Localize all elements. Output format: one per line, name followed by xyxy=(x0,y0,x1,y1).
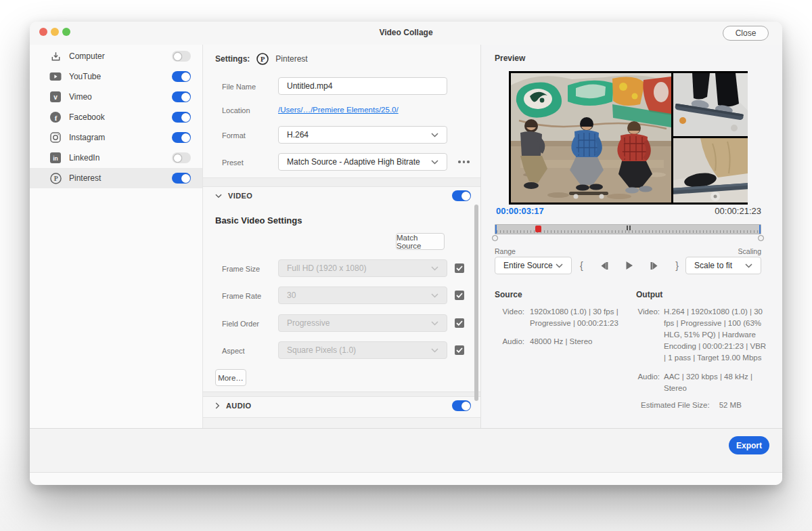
youtube-toggle[interactable] xyxy=(172,71,191,82)
sidebar-item-label: YouTube xyxy=(69,72,101,81)
estimated-file-size-value: 52 MB xyxy=(719,401,742,409)
video-toggle[interactable] xyxy=(452,190,471,201)
collage-cell-bottom-right xyxy=(673,138,748,203)
footer-bar: Export xyxy=(30,428,782,472)
scrubber-out-marker xyxy=(759,225,761,234)
aspect-checkbox[interactable] xyxy=(455,345,464,355)
preview-heading: Preview xyxy=(495,54,525,63)
sidebar-item-facebook[interactable]: f Facebook xyxy=(30,107,202,127)
file-name-input[interactable] xyxy=(278,77,447,95)
source-video-value: 1920x1080 (1.0) | 30 fps | Progressive |… xyxy=(530,306,631,329)
frame-rate-checkbox[interactable] xyxy=(455,291,464,300)
more-button[interactable]: More… xyxy=(215,369,246,386)
basic-video-settings-heading: Basic Video Settings xyxy=(215,215,302,226)
step-forward-button[interactable] xyxy=(650,261,660,270)
audio-section-header[interactable]: AUDIO xyxy=(215,397,251,415)
play-button[interactable] xyxy=(625,261,634,270)
facebook-toggle[interactable] xyxy=(172,112,191,123)
svg-text:v: v xyxy=(53,93,58,101)
scaling-label: Scaling xyxy=(738,247,761,255)
aspect-select: Square Pixels (1.0) xyxy=(278,341,447,359)
sidebar-item-pinterest[interactable]: P Pinterest xyxy=(30,168,202,188)
source-info: Video: 1920x1080 (1.0) | 30 fps | Progre… xyxy=(495,306,631,329)
computer-toggle[interactable] xyxy=(172,51,191,62)
settings-scrollbar[interactable] xyxy=(474,205,478,401)
sidebar-item-youtube[interactable]: YouTube xyxy=(30,66,202,87)
scrubber[interactable] xyxy=(495,224,761,234)
preview-collage xyxy=(509,71,748,205)
instagram-toggle[interactable] xyxy=(172,132,191,143)
instagram-icon xyxy=(49,131,62,144)
sidebar-item-label: Instagram xyxy=(69,133,105,142)
pinterest-toggle[interactable] xyxy=(172,173,191,184)
collage-cell-top-right xyxy=(673,73,748,136)
sidebar-item-vimeo[interactable]: v Vimeo xyxy=(30,87,202,107)
field-order-checkbox[interactable] xyxy=(455,318,464,328)
preset-more-options-button[interactable] xyxy=(458,161,470,163)
chevron-down-icon xyxy=(431,266,438,271)
scaling-select[interactable]: Scale to fit xyxy=(685,257,761,274)
preset-label: Preset xyxy=(222,158,244,167)
chevron-down-icon xyxy=(431,133,438,137)
chevron-down-icon xyxy=(431,293,438,298)
frame-size-select: Full HD (1920 x 1080) xyxy=(278,259,447,277)
field-order-value: Progressive xyxy=(287,318,330,328)
sidebar-item-label: Computer xyxy=(69,51,105,61)
linkedin-icon: in xyxy=(49,152,62,164)
aspect-label: Aspect xyxy=(222,347,245,355)
linkedin-toggle[interactable] xyxy=(172,152,191,163)
svg-text:P: P xyxy=(53,175,58,182)
range-handle-left[interactable] xyxy=(492,235,498,241)
mark-out-button[interactable]: } xyxy=(675,260,679,271)
computer-icon xyxy=(49,50,62,62)
range-handle-right[interactable] xyxy=(758,235,764,241)
sidebar-item-instagram[interactable]: Instagram xyxy=(30,127,202,148)
preset-select[interactable]: Match Source - Adaptive High Bitrate xyxy=(278,153,447,171)
output-info: Video: H.264 | 1920x1080 (1.0) | 30 fps … xyxy=(636,306,769,364)
location-link[interactable]: /Users/…/Premiere Elements/25.0/ xyxy=(278,106,399,114)
scrubber-playhead[interactable] xyxy=(535,226,541,232)
pinterest-icon: P xyxy=(49,172,62,184)
youtube-icon xyxy=(49,70,62,83)
sidebar-item-label: Pinterest xyxy=(69,173,101,183)
vimeo-toggle[interactable] xyxy=(172,91,191,102)
range-select[interactable]: Entire Source xyxy=(495,257,572,274)
source-heading: Source xyxy=(495,290,522,299)
mark-in-button[interactable]: { xyxy=(580,260,583,271)
scaling-value: Scale to fit xyxy=(694,261,732,270)
source-audio-label: Audio: xyxy=(495,336,524,347)
close-button[interactable]: Close xyxy=(723,26,769,41)
share-destination-sidebar: Computer YouTube v Vimeo f xyxy=(30,45,203,428)
section-separator xyxy=(203,391,480,397)
video-section-header[interactable]: VIDEO xyxy=(215,187,252,205)
pinterest-icon: P xyxy=(256,53,269,65)
format-select[interactable]: H.264 xyxy=(278,126,447,144)
output-video-label: Video: xyxy=(636,306,660,364)
frame-rate-label: Frame Rate xyxy=(222,292,261,300)
output-audio-value: AAC | 320 kbps | 48 kHz | Stereo xyxy=(664,371,769,394)
audio-toggle[interactable] xyxy=(452,400,471,411)
settings-service-name: Pinterest xyxy=(275,54,307,64)
output-audio-info: Audio: AAC | 320 kbps | 48 kHz | Stereo xyxy=(636,371,769,394)
audio-section-label: AUDIO xyxy=(226,402,251,410)
estimated-file-size: Estimated File Size: 52 MB xyxy=(641,401,742,409)
svg-text:P: P xyxy=(261,56,265,63)
output-audio-label: Audio: xyxy=(636,371,660,394)
match-source-button[interactable]: Match Source xyxy=(396,233,445,250)
section-separator xyxy=(203,417,480,428)
facebook-icon: f xyxy=(49,111,62,123)
sidebar-item-linkedin[interactable]: in LinkedIn xyxy=(30,148,202,168)
step-back-button[interactable] xyxy=(599,261,609,270)
format-label: Format xyxy=(222,131,246,140)
frame-size-checkbox[interactable] xyxy=(455,263,464,273)
chevron-right-icon xyxy=(215,402,220,409)
frame-size-value: Full HD (1920 x 1080) xyxy=(287,263,366,273)
scrubber-pause-marker xyxy=(627,226,631,230)
duration-time: 00:00:21:23 xyxy=(715,206,761,216)
range-value: Entire Source xyxy=(503,261,553,270)
sidebar-item-computer[interactable]: Computer xyxy=(30,46,202,66)
export-button[interactable]: Export xyxy=(729,436,769,454)
section-separator xyxy=(203,177,480,187)
field-order-select: Progressive xyxy=(278,314,447,332)
preview-panel: Preview xyxy=(481,45,782,428)
